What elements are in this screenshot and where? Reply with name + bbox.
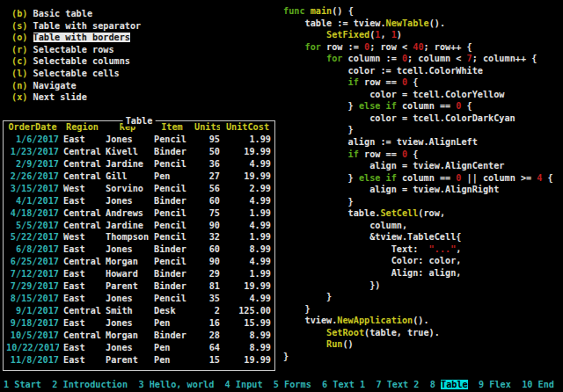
status-slide-number: 6 [322,380,327,389]
menu-item[interactable]: (s) Table with separator [11,20,141,33]
column-header: OrderDate [6,121,59,134]
menu-item[interactable]: (o) Table with borders [11,32,141,44]
menu-shortcut: (r) [11,45,27,54]
table-cell: Jardine [106,220,150,232]
table-cell: Pencil [154,293,190,305]
table-row: 3/15/2017WestSorvinoPencil562.99 [4,183,274,195]
table-cell: Jones [106,195,150,207]
code-line: tview.NewApplication(). [283,315,553,327]
table-row: 9/18/2017EastJonesPen Set1615.99 [4,317,274,330]
status-slide-label: End [538,380,554,389]
code-line: &tview.TableCell{ [283,231,553,243]
table-cell: Pen Set [154,317,190,330]
column-header: Units [194,121,220,134]
table-cell: Kivell [106,146,150,158]
table-cell: Binder [154,195,190,207]
code-line: } else if column == 0 || column >= 4 { [283,172,553,185]
table-cell: 1.99 [224,207,271,220]
status-slide-item[interactable]: 7 Text 2 [376,380,419,389]
code-line: if row == 0 { [283,149,553,161]
table-cell: Pencil [154,207,190,220]
status-slide-number: 7 [376,380,381,389]
table-cell: 10/5/2017 [6,330,59,342]
status-slide-label: Text 2 [387,380,420,389]
table-cell: Binder [154,146,190,158]
status-slide-item[interactable]: 6 Text 1 [322,380,365,389]
status-slide-item[interactable]: 9 Flex [479,380,511,389]
table-cell: 19.99 [224,171,271,183]
table-cell: Andrews [106,207,150,220]
status-slide-item[interactable]: 10 End [522,380,554,389]
status-slide-item[interactable]: 8 Table [430,380,468,389]
table-cell: Howard [106,268,150,280]
table-cell: Jones [106,243,150,256]
table-cell: 8.99 [224,342,271,354]
status-slide-number: 10 [522,380,532,389]
status-slide-number: 3 [138,380,143,389]
table-cell: 4.99 [224,220,271,232]
menu-item-label: Table with separator [33,21,142,31]
code-line: table := tview.NewTable(). [283,18,553,30]
menu-item[interactable]: (n) Navigate [11,80,141,92]
table-cell: 7/29/2017 [6,280,59,293]
table-cell: 1.99 [224,134,271,146]
table-cell: Central [63,158,101,171]
table-cell: Parent [106,280,150,293]
table-cell: 1.99 [224,268,271,280]
table-cell: Pen [154,171,190,183]
menu-item-label: Selectable columns [33,56,130,66]
table-cell: Smith [106,305,150,317]
table-cell: 19.99 [224,354,271,367]
table-cell: 1/23/2017 [6,146,59,158]
code-line: column, [283,220,553,232]
table-cell: 15.99 [224,317,271,330]
table-cell: Pencil [154,183,190,195]
table-cell: East [63,280,101,293]
status-slide-item[interactable]: 3 Hello, world [138,380,214,389]
code-line: SetRoot(table, true). [283,327,553,339]
code-line: } else if column == 0 { [283,100,553,113]
status-slide-item[interactable]: 2 Introduction [52,380,128,389]
code-line: Color: color, [283,255,553,267]
menu-item[interactable]: (x) Next slide [11,91,141,104]
table-row: 1/6/2017EastJonesPencil951.99 [4,134,274,146]
table-cell: Jardine [106,158,150,171]
menu-shortcut: (l) [11,69,27,78]
table-cell: 50 [194,146,220,158]
table-cell: Central [63,305,101,317]
table-cell: Jones [106,342,150,354]
menu-item[interactable]: (c) Selectable columns [11,55,141,68]
menu-item[interactable]: (b) Basic table [11,8,141,20]
menu-item-label: Selectable cells [33,69,120,78]
status-slide-label: Start [14,380,41,389]
code-line: align := tview.AlignLeft [283,136,553,149]
table-cell: 56 [194,183,220,195]
table-cell: Central [63,330,101,342]
table-cell: Sorvino [106,183,150,195]
code-line: color := tcell.ColorWhite [283,65,553,77]
table-cell: Pencil [154,220,190,232]
table-cell: 4/18/2017 [6,207,59,220]
table-cell: 4.99 [224,293,271,305]
table-cell: East [63,195,101,207]
menu-shortcut: (s) [11,21,27,31]
status-slide-item[interactable]: 4 Input [225,380,263,389]
table-row: 2/26/2017CentralGillPen2719.99 [4,171,274,183]
table-row: 2/9/2017CentralJardinePencil364.99 [4,158,274,171]
status-slide-label: Introduction [63,380,128,389]
column-header: UnitCost [224,121,271,134]
menu-shortcut: (c) [11,56,27,66]
table-cell: 28 [194,330,220,342]
menu-item[interactable]: (r) Selectable rows [11,44,141,56]
table-cell: 35 [194,293,220,305]
table-cell: 8.99 [224,330,271,342]
status-slide-label: Text 1 [333,380,365,389]
status-slide-item[interactable]: 1 Start [4,380,41,389]
status-slide-item[interactable]: 5 Forms [274,380,311,389]
code-line: } [283,124,553,136]
table-cell: Gill [106,171,150,183]
table-cell: 2 [194,305,220,317]
code-line: }) [283,279,553,292]
table-row: 7/29/2017EastParentBinder8119.99 [4,280,274,293]
menu-item[interactable]: (l) Selectable cells [11,68,141,80]
